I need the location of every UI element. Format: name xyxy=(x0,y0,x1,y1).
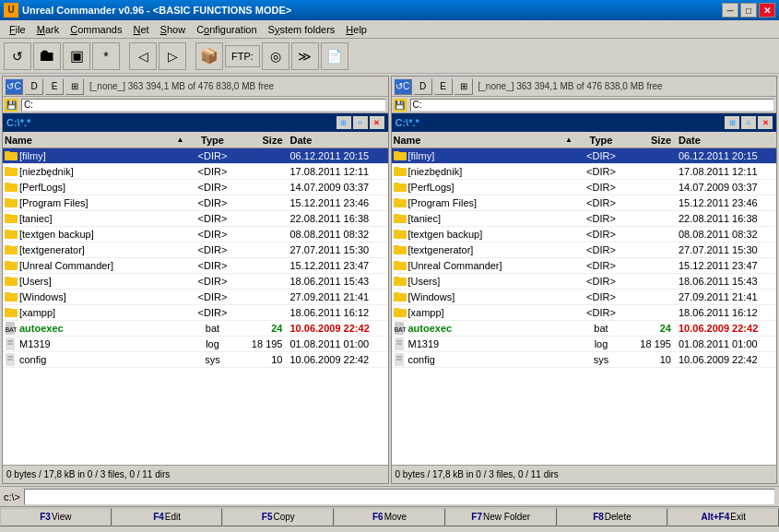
menu-configuration[interactable]: Configuration xyxy=(191,22,262,37)
right-drive-c-btn[interactable]: ↺C xyxy=(394,78,412,95)
fkey-f5[interactable]: F5 Copy xyxy=(222,508,334,526)
file-name-text: [textgenerator] xyxy=(19,244,85,255)
table-row[interactable]: [xampp]<DIR>18.06.2011 16:12 xyxy=(3,305,388,321)
folder-icon xyxy=(5,228,18,241)
toolbar-back[interactable]: ◁ xyxy=(129,42,157,70)
table-row[interactable]: [Program Files]<DIR>15.12.2011 23:46 xyxy=(392,195,777,211)
table-row[interactable]: [Windows]<DIR>27.09.2011 21:41 xyxy=(3,290,388,305)
file-name: [Program Files] xyxy=(392,196,579,209)
right-drive-d-btn[interactable]: D xyxy=(414,78,432,95)
file-name-text: [niezbędnik] xyxy=(19,166,74,177)
table-row[interactable]: [filmy]<DIR>06.12.2011 20:15 xyxy=(3,148,388,164)
table-row[interactable]: [textgenerator]<DIR>27.07.2011 15:30 xyxy=(3,242,388,258)
close-button[interactable]: ✕ xyxy=(759,3,775,18)
menu-show[interactable]: Show xyxy=(155,22,192,37)
toolbar-compare[interactable]: ≫ xyxy=(291,42,319,70)
right-dir-icon-1[interactable]: ⊞ xyxy=(725,116,739,129)
fkey-f6[interactable]: F6 Move xyxy=(334,508,445,526)
menu-system-folders[interactable]: System folders xyxy=(263,22,341,37)
table-row[interactable]: BATautoexecbat2410.06.2009 22:42 xyxy=(3,321,388,337)
table-row[interactable]: [textgenerator]<DIR>27.07.2011 15:30 xyxy=(392,242,777,258)
file-name-text: [PerfLogs] xyxy=(408,182,454,193)
maximize-button[interactable]: □ xyxy=(740,3,757,18)
menu-help[interactable]: Help xyxy=(340,22,372,37)
file-date: 15.12.2011 23:46 xyxy=(287,197,388,208)
right-drive-extra-btn[interactable]: ⊞ xyxy=(454,78,473,95)
minimize-button[interactable]: ─ xyxy=(722,3,738,18)
table-row[interactable]: [niezbędnik]<DIR>17.08.2011 12:11 xyxy=(3,164,388,180)
right-path-input[interactable] xyxy=(410,99,775,112)
folder-icon xyxy=(394,149,407,162)
table-row[interactable]: BATautoexecbat2410.06.2009 22:42 xyxy=(392,321,777,337)
table-row[interactable]: configsys1010.06.2009 22:42 xyxy=(392,352,777,368)
table-row[interactable]: [xampp]<DIR>18.06.2011 16:12 xyxy=(392,305,777,321)
toolbar-archive[interactable]: 📦 xyxy=(195,42,223,70)
table-row[interactable]: [Windows]<DIR>27.09.2011 21:41 xyxy=(392,290,777,305)
svg-rect-11 xyxy=(5,230,10,232)
right-file-list[interactable]: Name ▲ Type Size Date [filmy]<DIR>06.12.… xyxy=(392,132,777,465)
file-name-text: autoexec xyxy=(19,323,64,334)
fkey-f7[interactable]: F7 New Folder xyxy=(445,508,557,526)
toolbar-refresh[interactable]: ↺ xyxy=(4,42,31,70)
table-row[interactable]: M1319log18 19501.08.2011 01:00 xyxy=(3,337,388,352)
table-row[interactable]: [filmy]<DIR>06.12.2011 20:15 xyxy=(392,148,777,164)
file-name-text: [textgen backup] xyxy=(408,229,483,240)
table-row[interactable]: [Unreal Commander]<DIR>15.12.2011 23:47 xyxy=(3,258,388,274)
table-row[interactable]: [Unreal Commander]<DIR>15.12.2011 23:47 xyxy=(392,258,777,274)
svg-rect-49 xyxy=(394,292,399,295)
table-row[interactable]: [taniec]<DIR>22.08.2011 16:38 xyxy=(3,211,388,227)
table-row[interactable]: M1319log18 19501.08.2011 01:00 xyxy=(392,337,777,352)
fkey-f3[interactable]: F3 View xyxy=(0,508,112,526)
left-drive-e-btn[interactable]: E xyxy=(45,78,64,95)
table-row[interactable]: configsys1010.06.2009 22:42 xyxy=(3,352,388,368)
left-dir-icon-2[interactable]: ≡ xyxy=(353,116,368,129)
file-icon xyxy=(5,337,18,350)
table-row[interactable]: [PerfLogs]<DIR>14.07.2009 03:37 xyxy=(392,180,777,195)
menu-net[interactable]: Net xyxy=(127,22,154,37)
left-dir-icon-1[interactable]: ⊞ xyxy=(336,116,351,129)
table-row[interactable]: [textgen backup]<DIR>08.08.2011 08:32 xyxy=(392,227,777,242)
left-drive-c-btn[interactable]: ↺C xyxy=(5,78,23,95)
toolbar-view[interactable]: ▣ xyxy=(63,42,90,70)
file-type: <DIR> xyxy=(578,229,624,240)
left-file-list[interactable]: Name ▲ Type Size Date [filmy]<DIR>06.12.… xyxy=(3,132,388,465)
right-dir-icon-3[interactable]: ✕ xyxy=(758,116,773,129)
menu-commands[interactable]: Commands xyxy=(65,22,127,37)
cmdline-input[interactable] xyxy=(24,489,775,505)
table-row[interactable]: [Users]<DIR>18.06.2011 15:43 xyxy=(392,274,777,290)
menu-mark[interactable]: Mark xyxy=(31,22,65,37)
table-row[interactable]: [textgen backup]<DIR>08.08.2011 08:32 xyxy=(3,227,388,242)
left-drive-d-btn[interactable]: D xyxy=(25,78,43,95)
left-drive-extra-btn[interactable]: ⊞ xyxy=(65,78,84,95)
toolbar-filter[interactable]: * xyxy=(92,42,120,70)
file-name: [Program Files] xyxy=(3,196,190,209)
table-row[interactable]: [niezbędnik]<DIR>17.08.2011 12:11 xyxy=(392,164,777,180)
file-name-text: [PerfLogs] xyxy=(19,182,65,193)
window-controls: ─ □ ✕ xyxy=(722,3,775,18)
toolbar-sync[interactable]: ◎ xyxy=(262,42,289,70)
file-date: 10.06.2009 22:42 xyxy=(287,354,388,365)
svg-rect-33 xyxy=(394,167,399,170)
file-name-text: M1319 xyxy=(408,338,440,349)
left-dir-icon-3[interactable]: ✕ xyxy=(370,116,384,129)
fkey-f4[interactable]: F4 Edit xyxy=(112,508,223,526)
left-panel: ↺C D E ⊞ [_none_] 363 394,1 MB of 476 83… xyxy=(2,76,389,484)
table-row[interactable]: [Users]<DIR>18.06.2011 15:43 xyxy=(3,274,388,290)
table-row[interactable]: [PerfLogs]<DIR>14.07.2009 03:37 xyxy=(3,180,388,195)
table-row[interactable]: [taniec]<DIR>22.08.2011 16:38 xyxy=(392,211,777,227)
right-col-type: Type xyxy=(578,135,624,146)
right-dir-icon-2[interactable]: ≡ xyxy=(741,116,756,129)
fkey-f8[interactable]: F8 Delete xyxy=(557,508,668,526)
toolbar-forward[interactable]: ▷ xyxy=(159,42,186,70)
table-row[interactable]: [Program Files]<DIR>15.12.2011 23:46 xyxy=(3,195,388,211)
right-drive-e-btn[interactable]: E xyxy=(434,78,453,95)
fkey-altf4[interactable]: Alt+F4 Exit xyxy=(667,508,779,526)
left-path-input[interactable] xyxy=(21,99,386,112)
toolbar-ftp[interactable]: FTP: xyxy=(225,45,260,67)
toolbar-info[interactable]: 📄 xyxy=(321,42,348,70)
file-name-text: [Users] xyxy=(19,276,52,287)
file-name-text: [taniec] xyxy=(19,213,52,224)
file-date: 18.06.2011 16:12 xyxy=(675,307,776,318)
menu-file[interactable]: File xyxy=(4,22,31,37)
toolbar-folder[interactable]: 🖿 xyxy=(33,42,61,70)
